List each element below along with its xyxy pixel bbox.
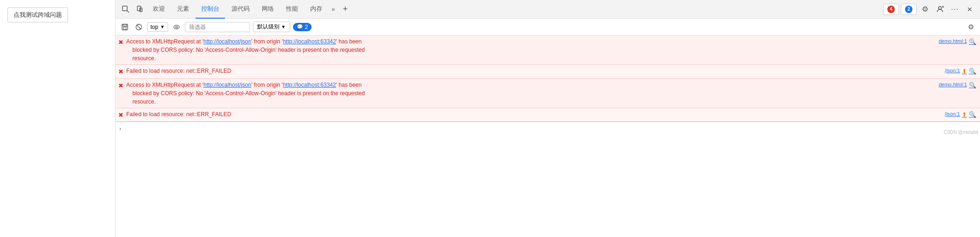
add-tab-button[interactable]: + <box>339 3 352 16</box>
devtools-panel: 欢迎 元素 控制台 源代码 网络 性能 内存 » + 4 2 ⚙ <box>116 0 980 237</box>
source-network-icon-4[interactable]: ⬆ <box>962 110 967 119</box>
console-sub-toolbar: top ▼ 默认级别 ▼ 💬 2 ⚙ <box>116 19 980 35</box>
more-options-button[interactable]: ··· <box>948 3 961 16</box>
msg-link-1a[interactable]: http://localhost/json <box>204 38 252 45</box>
source-link-3[interactable]: demo.html:1 <box>939 81 967 89</box>
svg-rect-0 <box>122 6 127 11</box>
msg-source-1: demo.html:1 🔍 <box>935 37 976 47</box>
context-label: top <box>150 24 158 30</box>
source-zoom-icon-1[interactable]: 🔍 <box>969 37 976 47</box>
filter-input[interactable] <box>185 22 250 32</box>
level-label: 默认级别 <box>257 23 279 31</box>
msg-count-icon: 💬 <box>297 24 303 30</box>
error-icon-3: ✖ <box>118 81 123 91</box>
devtools-top-toolbar: 欢迎 元素 控制台 源代码 网络 性能 内存 » + 4 2 ⚙ <box>116 0 980 19</box>
msg-content-2: Failed to load resource: net::ERR_FAILED <box>126 67 941 75</box>
msg-content-4: Failed to load resource: net::ERR_FAILED <box>126 110 941 118</box>
msg-content-1: Access to XMLHttpRequest at 'http://loca… <box>126 37 935 63</box>
msg-link-3b[interactable]: http://localhost:63342 <box>283 82 336 88</box>
svg-rect-2 <box>137 6 141 11</box>
console-input-row: › CSDN @metabit <box>116 122 980 135</box>
tab-performance[interactable]: 性能 <box>280 0 304 19</box>
msg-source-3: demo.html:1 🔍 <box>935 81 976 90</box>
error-icon-2: ✖ <box>118 67 123 77</box>
webpage-panel: 点我测试跨域问题 <box>0 0 116 237</box>
source-link-4[interactable]: /json:1 <box>945 110 960 118</box>
tab-sources[interactable]: 源代码 <box>226 0 255 19</box>
close-devtools-button[interactable]: ✕ <box>963 3 976 16</box>
svg-point-12 <box>174 25 179 29</box>
console-msg-count[interactable]: 💬 2 <box>293 23 312 31</box>
tab-elements[interactable]: 元素 <box>171 0 195 19</box>
msg-content-3: Access to XMLHttpRequest at 'http://loca… <box>126 81 935 106</box>
svg-rect-8 <box>123 24 127 27</box>
level-dropdown-icon: ▼ <box>281 24 286 29</box>
tab-welcome[interactable]: 欢迎 <box>147 0 170 19</box>
toolbar-right: 4 2 ⚙ ··· ✕ <box>883 3 976 16</box>
test-cors-button[interactable]: 点我测试跨域问题 <box>7 7 68 22</box>
source-link-1[interactable]: demo.html:1 <box>939 37 967 45</box>
msg-link-3a[interactable]: http://localhost/json <box>204 82 252 88</box>
message-count-badge[interactable]: 2 <box>901 4 917 15</box>
tab-console[interactable]: 控制台 <box>196 0 225 19</box>
message-count: 2 <box>905 6 912 13</box>
console-msg-1: ✖ Access to XMLHttpRequest at 'http://lo… <box>116 35 980 65</box>
svg-line-11 <box>136 25 141 29</box>
console-messages: ✖ Access to XMLHttpRequest at 'http://lo… <box>116 35 980 237</box>
error-count-badge[interactable]: 4 <box>883 4 899 15</box>
console-msg-3: ✖ Access to XMLHttpRequest at 'http://lo… <box>116 79 980 108</box>
device-toggle-button[interactable] <box>133 3 146 16</box>
profile-button[interactable] <box>933 3 946 16</box>
console-input[interactable] <box>124 125 976 132</box>
settings-button[interactable]: ⚙ <box>919 3 932 16</box>
source-zoom-icon-4[interactable]: 🔍 <box>969 110 976 119</box>
svg-point-4 <box>939 7 941 9</box>
source-zoom-icon-3[interactable]: 🔍 <box>969 81 976 90</box>
console-settings-button[interactable]: ⚙ <box>965 21 976 33</box>
msg-source-2: /json:1 ⬆ 🔍 <box>941 67 976 76</box>
svg-line-1 <box>127 11 129 13</box>
msg-source-4: /json:1 ⬆ 🔍 <box>941 110 976 119</box>
console-msg-4: ✖ Failed to load resource: net::ERR_FAIL… <box>116 108 980 122</box>
clear-console-button[interactable] <box>133 21 144 33</box>
context-dropdown-icon: ▼ <box>160 24 165 29</box>
more-tabs-button[interactable]: » <box>329 6 338 13</box>
error-icon-1: ✖ <box>118 38 123 47</box>
source-network-icon-2[interactable]: ⬆ <box>962 67 967 76</box>
svg-point-13 <box>176 26 177 28</box>
msg-count-value: 2 <box>305 24 308 30</box>
error-icon-4: ✖ <box>118 111 123 120</box>
source-link-2[interactable]: /json:1 <box>945 67 960 75</box>
tab-network[interactable]: 网络 <box>256 0 279 19</box>
watermark: CSDN @metabit <box>944 130 978 135</box>
console-prompt-icon: › <box>119 125 121 132</box>
console-msg-2: ✖ Failed to load resource: net::ERR_FAIL… <box>116 65 980 79</box>
inspect-element-button[interactable] <box>119 3 132 16</box>
level-selector[interactable]: 默认级别 ▼ <box>253 21 290 32</box>
eye-filter-button[interactable] <box>171 21 182 33</box>
error-count: 4 <box>887 6 895 13</box>
svg-rect-9 <box>123 27 126 29</box>
tab-memory[interactable]: 内存 <box>305 0 328 19</box>
save-log-button[interactable] <box>119 21 130 33</box>
msg-link-1b[interactable]: http://localhost:63342 <box>283 38 336 45</box>
source-zoom-icon-2[interactable]: 🔍 <box>969 67 976 76</box>
context-selector[interactable]: top ▼ <box>147 22 168 32</box>
